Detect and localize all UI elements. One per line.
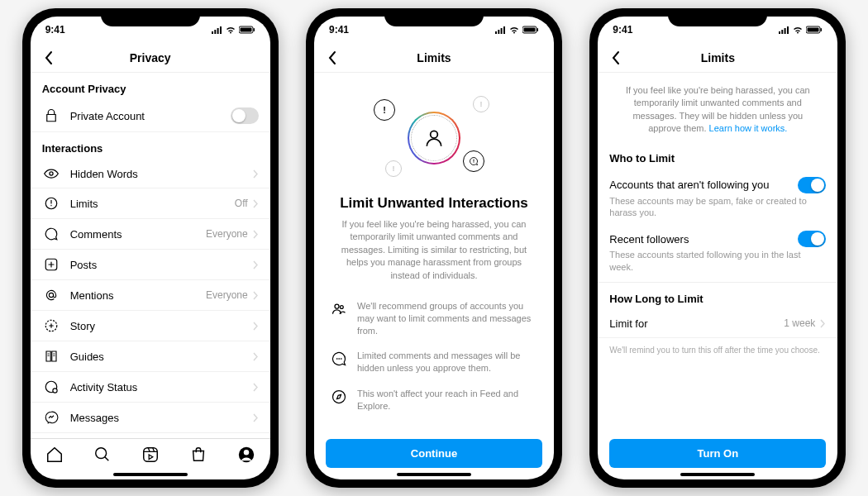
svg-point-18 bbox=[335, 304, 339, 308]
row-value: Everyone bbox=[206, 228, 248, 240]
continue-button[interactable]: Continue bbox=[326, 439, 542, 468]
nav-shop-icon[interactable] bbox=[189, 446, 207, 464]
lock-icon bbox=[42, 108, 60, 123]
phone-frame-3: 9:41 Limits If you feel like you're bein… bbox=[589, 8, 846, 488]
home-indicator bbox=[397, 473, 471, 476]
chevron-left-icon bbox=[611, 50, 621, 65]
wifi-icon bbox=[225, 26, 236, 34]
row-mentions[interactable]: Mentions Everyone bbox=[31, 280, 270, 311]
group-accounts-icon bbox=[331, 300, 347, 317]
navbar: Privacy bbox=[31, 43, 270, 73]
row-sublabel: These accounts may be spam, fake or crea… bbox=[598, 195, 837, 227]
turn-on-button[interactable]: Turn On bbox=[609, 439, 826, 468]
intro-text: If you feel like you're being harassed, … bbox=[598, 73, 837, 142]
status-time: 9:41 bbox=[45, 24, 65, 36]
row-label: Activity Status bbox=[70, 381, 253, 393]
compass-icon bbox=[331, 388, 347, 405]
status-time: 9:41 bbox=[613, 24, 632, 36]
row-comments[interactable]: Comments Everyone bbox=[31, 219, 270, 250]
row-not-following[interactable]: Accounts that aren't following you bbox=[598, 169, 837, 195]
nav-profile-icon[interactable] bbox=[237, 446, 255, 464]
row-label: Posts bbox=[70, 259, 253, 271]
chevron-right-icon bbox=[253, 169, 259, 179]
row-limit-for[interactable]: Limit for 1 week bbox=[598, 310, 837, 338]
chevron-right-icon bbox=[253, 291, 259, 300]
svg-rect-16 bbox=[537, 28, 538, 31]
nav-reels-icon[interactable] bbox=[141, 446, 160, 464]
row-hidden-words[interactable]: Hidden Words bbox=[31, 160, 270, 188]
hero-illustration: ! ! ! bbox=[372, 93, 496, 184]
svg-point-13 bbox=[243, 450, 248, 455]
chevron-right-icon bbox=[253, 322, 259, 331]
chevron-right-icon bbox=[253, 413, 259, 422]
signal-icon bbox=[778, 26, 789, 34]
back-button[interactable] bbox=[39, 48, 59, 68]
chevron-left-icon bbox=[44, 50, 54, 65]
row-private-account[interactable]: Private Account bbox=[31, 100, 270, 132]
svg-rect-1 bbox=[240, 28, 251, 32]
private-account-toggle[interactable] bbox=[231, 107, 259, 124]
svg-point-17 bbox=[431, 131, 438, 138]
notch bbox=[384, 8, 484, 26]
row-activity-status[interactable]: Activity Status bbox=[31, 372, 270, 403]
navbar: Limits bbox=[598, 43, 837, 73]
chevron-left-icon bbox=[327, 50, 337, 65]
chevron-right-icon bbox=[253, 230, 259, 239]
navbar: Limits bbox=[314, 43, 554, 73]
svg-point-19 bbox=[340, 306, 343, 309]
learn-how-link[interactable]: Learn how it works. bbox=[709, 123, 788, 133]
activity-icon bbox=[42, 379, 60, 394]
alert-circle-icon bbox=[42, 196, 60, 211]
row-label: Story bbox=[70, 320, 253, 332]
row-posts[interactable]: Posts bbox=[31, 250, 270, 280]
row-label: Mentions bbox=[70, 289, 206, 302]
svg-rect-23 bbox=[821, 28, 823, 31]
story-circle-icon bbox=[42, 318, 60, 333]
page-title: Privacy bbox=[130, 51, 171, 64]
feature-item: Limited comments and messages will be hi… bbox=[331, 343, 537, 381]
wifi-icon bbox=[508, 26, 520, 34]
row-label: Limit for bbox=[609, 317, 784, 330]
feature-text: This won't affect your reach in Feed and… bbox=[357, 388, 537, 413]
nav-search-icon[interactable] bbox=[93, 446, 112, 464]
row-sublabel: These accounts started following you in … bbox=[598, 249, 837, 283]
section-how-long: How Long to Limit bbox=[598, 283, 837, 310]
home-indicator bbox=[680, 473, 755, 476]
svg-point-3 bbox=[50, 172, 53, 175]
row-label: Hidden Words bbox=[70, 168, 253, 180]
row-label: Limits bbox=[70, 198, 235, 210]
eye-hidden-icon bbox=[42, 167, 60, 180]
hero-section: ! ! ! Limit Unwanted Interactions If you… bbox=[314, 73, 554, 290]
signal-icon bbox=[494, 26, 506, 34]
svg-point-20 bbox=[332, 391, 345, 403]
notch bbox=[101, 8, 200, 26]
back-button[interactable] bbox=[606, 48, 626, 68]
phone-frame-1: 9:41 Privacy Account Privacy Private Acc… bbox=[22, 8, 279, 488]
recent-followers-toggle[interactable] bbox=[798, 231, 826, 247]
home-indicator bbox=[113, 473, 188, 476]
not-following-toggle[interactable] bbox=[798, 177, 826, 193]
bottom-nav bbox=[31, 438, 270, 473]
row-label: Comments bbox=[70, 228, 206, 241]
duration-note: We'll remind you to turn this off after … bbox=[598, 338, 837, 363]
row-messages[interactable]: Messages bbox=[31, 403, 270, 433]
svg-point-10 bbox=[95, 447, 106, 458]
battery-icon bbox=[806, 26, 823, 34]
svg-rect-22 bbox=[808, 28, 819, 32]
row-story[interactable]: Story bbox=[31, 311, 270, 341]
svg-rect-2 bbox=[253, 28, 255, 31]
back-button[interactable] bbox=[322, 48, 342, 68]
nav-home-icon[interactable] bbox=[45, 446, 64, 464]
wifi-icon bbox=[792, 26, 804, 34]
feature-item: This won't affect your reach in Feed and… bbox=[331, 381, 537, 419]
feature-text: We'll recommend groups of accounts you m… bbox=[357, 300, 537, 337]
row-value: 1 week bbox=[784, 317, 815, 329]
row-label: Accounts that aren't following you bbox=[609, 179, 798, 191]
screen-limits-intro: 9:41 Limits ! ! ! bbox=[314, 17, 554, 479]
messenger-icon bbox=[42, 410, 60, 425]
row-limits[interactable]: Limits Off bbox=[31, 188, 270, 219]
screen-privacy: 9:41 Privacy Account Privacy Private Acc… bbox=[31, 17, 270, 479]
row-guides[interactable]: Guides bbox=[31, 341, 270, 372]
screen-limits-settings: 9:41 Limits If you feel like you're bein… bbox=[598, 17, 837, 479]
row-recent-followers[interactable]: Recent followers bbox=[598, 226, 837, 249]
